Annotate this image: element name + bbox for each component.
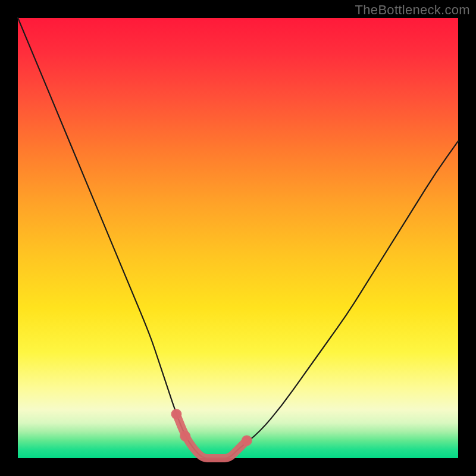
plot-area	[18, 18, 458, 458]
chart-frame: TheBottleneck.com	[0, 0, 476, 476]
emphasis-dot	[171, 409, 181, 419]
bottleneck-curve	[18, 18, 458, 458]
emphasis-dot	[180, 431, 190, 441]
curve-layer	[18, 18, 458, 458]
emphasis-dot	[242, 435, 252, 446]
watermark-text: TheBottleneck.com	[355, 2, 470, 18]
